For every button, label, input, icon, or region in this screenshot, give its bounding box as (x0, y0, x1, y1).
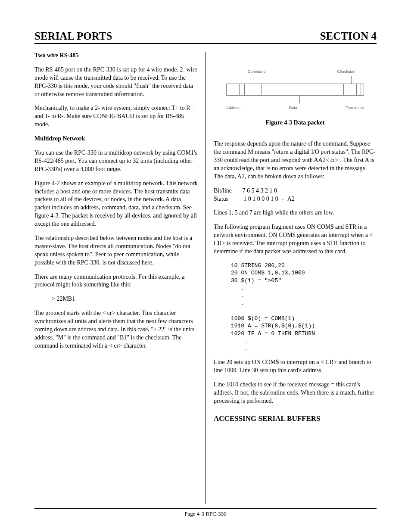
diagram-label-terminator: Terminator (346, 105, 364, 110)
left-column: Two wire RS-485 The RS-485 port on the R… (34, 52, 206, 504)
para: The protocol starts with the < cr> chara… (34, 309, 198, 350)
diagram-label-command: Command (248, 69, 266, 74)
para: You can use the RPC-330 in a multidrop n… (34, 149, 198, 174)
para: Lines 1, 5 and 7 are high while the othe… (214, 209, 377, 217)
page: SERIAL PORTS SECTION 4 Two wire RS-485 T… (0, 0, 411, 532)
page-footer: Page 4-3 RPC-330 (34, 510, 377, 517)
footer-rule (34, 508, 377, 509)
heading-multidrop: Multidrop Network (34, 135, 198, 143)
diagram-label-checksum: Checksum (337, 69, 355, 74)
heading-two-wire: Two wire RS-485 (34, 52, 198, 60)
figure-caption: Figure 4-3 Data packet (214, 119, 377, 127)
protocol-example: > 22MB1 (52, 295, 198, 303)
packet-diagram: Command Checksum (226, 69, 364, 110)
para: Line 1010 checks to see if the received … (214, 381, 377, 405)
page-header: SERIAL PORTS SECTION 4 (34, 30, 377, 44)
para: There are many communication protocols. … (34, 273, 198, 289)
header-left: SERIAL PORTS (34, 30, 112, 42)
diagram-label-data: Data (289, 105, 297, 110)
right-column: Command Checksum (206, 52, 377, 504)
para: The RS-485 port on the RPC-330 is set up… (34, 66, 198, 99)
bit-table: Bit/line 7 6 5 4 3 2 1 0 Status 1 0 1 0 … (214, 187, 377, 203)
packet-row (226, 84, 364, 96)
heading-accessing-buffers: ACCESSING SERIAL BUFFERS (214, 414, 377, 424)
columns: Two wire RS-485 The RS-485 port on the R… (34, 52, 377, 504)
header-right: SECTION 4 (320, 30, 377, 42)
para: Mechanically, to make a 2- wire system, … (34, 104, 198, 129)
para: The following program fragment uses ON C… (214, 223, 377, 256)
para: Line 20 sets up ON COM$ to interrupt on … (214, 358, 377, 375)
diagram-label-address: Address (226, 105, 240, 110)
para: Figure 4-2 shows an example of a multidr… (34, 180, 198, 228)
para: The response depends upon the nature of … (214, 140, 377, 180)
para: The relationship described below between… (34, 234, 198, 267)
code-block: 10 STRING 200,20 20 ON COM$ 1,0,13,1000 … (231, 262, 377, 353)
